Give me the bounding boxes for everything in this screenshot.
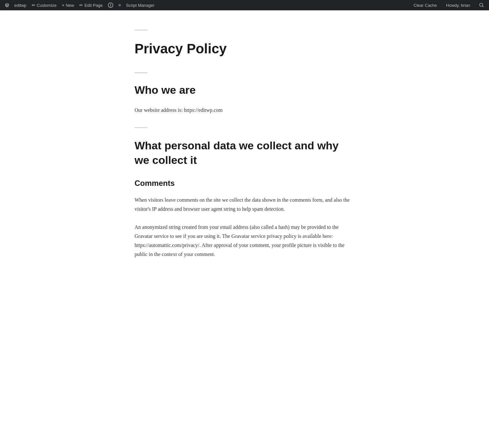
adminbar-edit-page[interactable]: ✏ Edit Page	[77, 0, 105, 10]
subsection-comments-heading: Comments	[135, 179, 354, 188]
comments-paragraph-2: An anonymized string created from your e…	[135, 223, 354, 259]
adminbar-howdy[interactable]: Howdy, brian	[443, 0, 473, 10]
section-who-we-are-heading: Who we are	[135, 83, 354, 97]
top-divider	[135, 30, 147, 30]
wp-logo-icon[interactable]	[3, 1, 12, 10]
comments-paragraph-1: When visitors leave comments on the site…	[135, 196, 354, 214]
adminbar-site-name[interactable]: editwp	[12, 0, 29, 10]
page-title: Privacy Policy	[135, 41, 354, 57]
admin-bar: editwp ✏ Customize + New ✏ Edit Page	[0, 0, 489, 10]
adminbar-yoast-icon[interactable]	[105, 0, 116, 10]
adminbar-customize[interactable]: ✏ Customize	[29, 0, 59, 10]
status-dot-icon	[118, 4, 121, 6]
section-personal-data-heading: What personal data we collect and why we…	[135, 138, 354, 167]
adminbar-status-dot[interactable]	[116, 0, 124, 10]
adminbar-new[interactable]: + New	[59, 0, 77, 10]
section-divider-2	[135, 127, 147, 128]
customize-icon: ✏	[32, 3, 36, 7]
section-divider-1	[135, 72, 147, 73]
adminbar-clear-cache[interactable]: Clear Cache	[411, 0, 440, 10]
page-content: Privacy Policy Who we are Our website ad…	[122, 10, 367, 294]
edit-page-icon: ✏	[79, 3, 83, 7]
new-icon: +	[62, 3, 64, 7]
adminbar-script-manager[interactable]: Script Manager	[124, 0, 157, 10]
website-address-text: Our website address is: https://editwp.c…	[135, 106, 354, 114]
adminbar-search-button[interactable]	[477, 0, 486, 10]
